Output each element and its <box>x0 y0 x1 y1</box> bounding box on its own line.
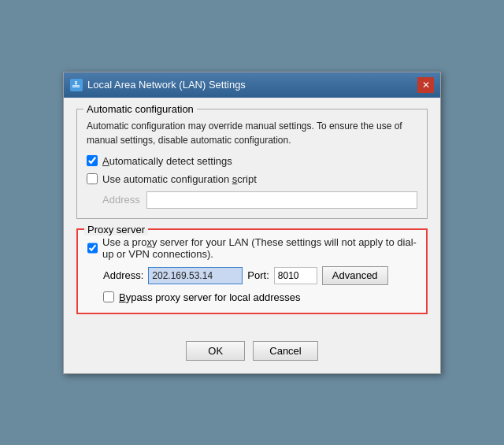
proxy-address-row: Address: Port: Advanced <box>103 266 417 285</box>
proxy-address-label: Address: <box>103 269 143 281</box>
detect-settings-label: Automatically detect settings <box>102 155 232 167</box>
bypass-proxy-label: Bypass proxy server for local addresses <box>119 291 300 303</box>
dialog-body: Automatic configuration Automatic config… <box>64 98 440 335</box>
advanced-button[interactable]: Advanced <box>322 266 388 285</box>
title-bar: 🖧 Local Area Network (LAN) Settings ✕ <box>64 72 440 98</box>
auto-script-label: Use automatic configuration script <box>102 173 257 185</box>
proxy-address-input[interactable] <box>148 267 243 284</box>
dialog-title: Local Area Network (LAN) Settings <box>87 79 246 91</box>
dialog-footer: OK Cancel <box>64 335 440 373</box>
auto-address-row: Address <box>102 191 417 209</box>
close-button[interactable]: ✕ <box>417 77 434 93</box>
auto-address-input[interactable] <box>146 191 417 209</box>
cancel-button[interactable]: Cancel <box>253 341 317 361</box>
automatic-config-description: Automatic configuration may override man… <box>87 119 417 147</box>
use-proxy-label: Use a proxy server for your LAN (These s… <box>102 236 417 260</box>
proxy-server-section: Proxy server Use a proxy server for your… <box>76 228 428 314</box>
use-proxy-row: Use a proxy server for your LAN (These s… <box>87 236 417 260</box>
automatic-config-title: Automatic configuration <box>83 103 197 115</box>
detect-settings-row: Automatically detect settings <box>87 155 417 167</box>
bypass-proxy-row: Bypass proxy server for local addresses <box>103 291 417 303</box>
proxy-port-input[interactable] <box>274 267 317 284</box>
proxy-server-title: Proxy server <box>84 224 148 235</box>
auto-address-label: Address <box>102 194 140 206</box>
title-bar-left: 🖧 Local Area Network (LAN) Settings <box>70 79 246 91</box>
dialog-icon: 🖧 <box>70 79 83 91</box>
bypass-proxy-checkbox[interactable] <box>103 291 114 302</box>
automatic-config-section: Automatic configuration Automatic config… <box>76 109 428 219</box>
auto-script-checkbox[interactable] <box>87 173 98 184</box>
ok-button[interactable]: OK <box>186 341 245 361</box>
lan-settings-dialog: 🖧 Local Area Network (LAN) Settings ✕ Au… <box>63 72 441 374</box>
auto-script-row: Use automatic configuration script <box>87 173 417 185</box>
detect-settings-checkbox[interactable] <box>87 155 98 166</box>
proxy-port-label: Port: <box>247 269 269 281</box>
use-proxy-checkbox[interactable] <box>87 243 98 254</box>
